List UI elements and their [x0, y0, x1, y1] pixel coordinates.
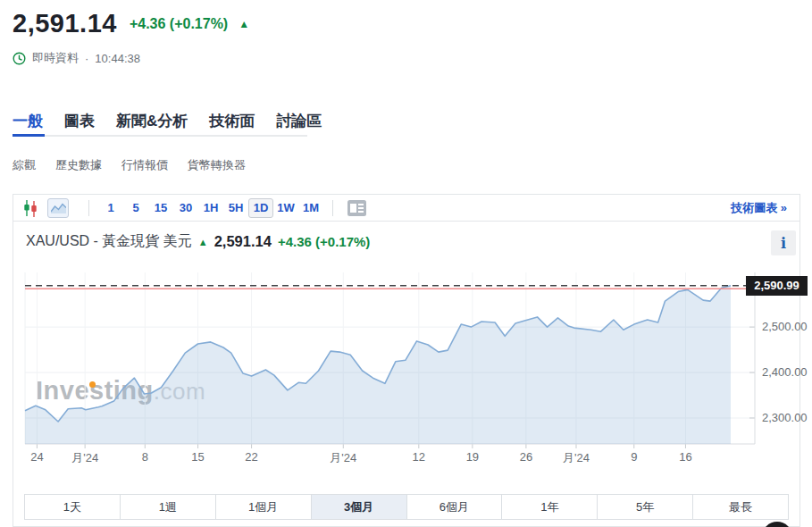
range-selector: 1天 1週 1個月 3個月 6個月 1年 5年 最長	[24, 494, 789, 520]
x-axis-label: 8	[142, 450, 148, 464]
range-3months[interactable]: 3個月	[312, 495, 407, 519]
interval-1h[interactable]: 1H	[198, 198, 223, 218]
x-axis-label: 19	[466, 450, 479, 464]
range-5years[interactable]: 5年	[598, 495, 693, 519]
status-separator: ·	[85, 52, 88, 65]
status-time: 10:44:38	[95, 52, 140, 65]
toolbar-divider	[88, 200, 89, 216]
x-axis-label: 月'24	[71, 450, 98, 466]
interval-1m[interactable]: 1M	[298, 198, 323, 218]
interval-5h[interactable]: 5H	[223, 198, 248, 218]
x-axis-label: 16	[679, 450, 691, 464]
realtime-status: 即時資料 · 10:44:38	[13, 50, 249, 66]
range-1year[interactable]: 1年	[502, 495, 598, 519]
interval-15min[interactable]: 15	[148, 198, 173, 218]
chart-instrument-title: XAU/USD - 黃金現貨 美元	[26, 232, 192, 251]
chart-title-row: XAU/USD - 黃金現貨 美元 ▲ 2,591.14 +4.36 (+0.1…	[26, 232, 370, 251]
candlestick-icon	[22, 199, 38, 217]
active-tab-indicator	[13, 134, 45, 137]
last-price: 2,591.14	[13, 9, 117, 38]
tabs-underline	[13, 135, 307, 137]
x-axis-label: 24	[30, 450, 43, 464]
interval-5min[interactable]: 5	[123, 198, 148, 218]
interval-1d[interactable]: 1D	[248, 198, 273, 218]
x-axis-label: 9	[631, 450, 637, 464]
range-1week[interactable]: 1週	[121, 495, 216, 519]
chart-layout-button[interactable]	[346, 198, 367, 217]
quote-page: 2,591.14 +4.36 (+0.17%) ▲ 即時資料 · 10:44:3…	[0, 0, 812, 527]
interval-1min[interactable]: 1	[98, 198, 123, 218]
subnav-overview[interactable]: 綜觀	[13, 157, 36, 173]
status-label: 即時資料	[32, 50, 79, 66]
x-axis-label: 月'24	[330, 450, 356, 466]
range-max[interactable]: 最長	[693, 495, 788, 519]
x-axis-label: 15	[191, 450, 204, 464]
chart-toolbar: 1 5 15 30 1H 5H 1D 1W 1M 技術圖表 »	[13, 195, 799, 222]
technical-chart-link[interactable]: 技術圖表 »	[731, 200, 791, 216]
chart-up-arrow-icon: ▲	[198, 237, 208, 247]
x-axis-label: 月'24	[563, 450, 590, 466]
price-change: +4.36 (+0.17%)	[130, 16, 228, 32]
info-button[interactable]: i	[771, 230, 796, 255]
last-price-tag: 2,590.99	[746, 276, 808, 296]
range-6months[interactable]: 6個月	[407, 495, 503, 519]
range-1month[interactable]: 1個月	[216, 495, 312, 519]
up-triangle-icon: ▲	[239, 18, 249, 30]
area-chart-button[interactable]	[47, 198, 69, 218]
quote-header: 2,591.14 +4.36 (+0.17%) ▲ 即時資料 · 10:44:3…	[13, 9, 249, 66]
subnav-currency-converter[interactable]: 貨幣轉換器	[188, 157, 246, 173]
candlestick-chart-button[interactable]	[22, 199, 38, 217]
x-axis-label: 12	[413, 450, 425, 464]
interval-1w[interactable]: 1W	[273, 198, 298, 218]
chart-plot-area[interactable]	[25, 272, 755, 444]
subnav-quotes[interactable]: 行情報價	[121, 157, 168, 173]
sub-nav: 綜觀 歷史數據 行情報價 貨幣轉換器	[13, 157, 246, 173]
y-axis-label: 2,500.00	[762, 320, 808, 333]
y-axis-label: 2,300.00	[762, 411, 808, 424]
clock-icon	[13, 52, 26, 65]
x-axis-label: 22	[245, 450, 257, 464]
y-axis-label: 2,400.00	[762, 365, 808, 379]
toolbar-divider	[332, 200, 333, 216]
chart-price: 2,591.14	[214, 233, 272, 250]
area-chart-icon	[51, 202, 66, 213]
subnav-historical-data[interactable]: 歷史數據	[55, 157, 102, 173]
chart-change: +4.36 (+0.17%)	[278, 234, 370, 249]
range-1day[interactable]: 1天	[25, 495, 121, 519]
interval-30min[interactable]: 30	[173, 198, 198, 218]
x-axis-label: 26	[520, 450, 532, 464]
layout-news-icon	[347, 200, 366, 216]
